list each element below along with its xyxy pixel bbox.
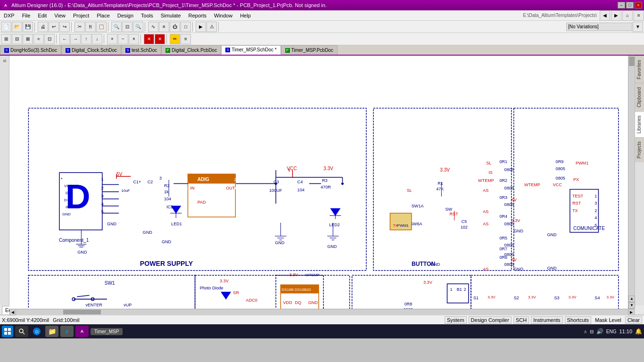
nav-forward[interactable]: ▶ [611, 10, 621, 21]
tb-copy[interactable]: ⎘ [85, 22, 96, 32]
taskbar-notification[interactable]: 🔔 [635, 328, 642, 335]
menu-simulate[interactable]: Simulate [157, 10, 185, 20]
menu-edit[interactable]: Edit [34, 10, 50, 20]
menu-project[interactable]: Project [69, 10, 93, 20]
tb-print[interactable]: 🖨 [38, 22, 48, 32]
taskbar-volume[interactable]: 🔊 [596, 328, 603, 335]
tb2-16[interactable]: ≡ [181, 34, 191, 44]
close-button[interactable]: × [635, 2, 642, 8]
tb2-3[interactable]: ⊠ [23, 34, 33, 44]
tab-digital-clock-pcb[interactable]: P Digital_Clock.PcbDoc [161, 45, 221, 55]
svg-text:3: 3 [101, 194, 104, 198]
menu-reports[interactable]: Reports [185, 10, 211, 20]
menu-design[interactable]: Design [114, 10, 137, 20]
status-shortcuts[interactable]: Shortcuts [565, 316, 591, 324]
tb2-8[interactable]: ↑ [81, 34, 91, 44]
panel-tab-projects[interactable]: Projects [635, 137, 644, 162]
tb-zoom-fit[interactable]: ⊡ [122, 22, 132, 32]
tb-comp[interactable]: □ [181, 22, 191, 32]
scroll-down-button[interactable]: ▼ [628, 302, 635, 309]
status-clear[interactable]: Clear [625, 316, 642, 324]
title-bar-controls[interactable]: − □ × [618, 2, 642, 8]
altium-taskbar-button[interactable]: A [75, 326, 89, 337]
menu-tools[interactable]: Tools [137, 10, 157, 20]
tb-zoom-in[interactable]: 🔍 [111, 22, 122, 32]
tb-undo[interactable]: ↩ [49, 22, 59, 32]
canvas-inner: POWER SUPPLY BUTTON BUTTON (USE ADC) SEN… [9, 56, 635, 309]
tb2-15[interactable]: ✏ [170, 34, 180, 44]
svg-text:LED2: LED2 [329, 222, 340, 227]
tb2-2[interactable]: ⊟ [12, 34, 22, 44]
menu-dxp[interactable]: DXP [0, 10, 18, 20]
nav-back[interactable]: ◀ [600, 10, 610, 21]
tb-save[interactable]: 💾 [23, 22, 33, 32]
tb2-14[interactable]: ✕ [155, 34, 165, 44]
minimize-button[interactable]: − [618, 2, 625, 8]
svg-text:0R8: 0R8 [405, 302, 413, 306]
tb-paste[interactable]: 📋 [96, 22, 107, 32]
svg-text:ADC0: ADC0 [246, 298, 257, 303]
panel-tab-libraries[interactable]: Libraries [635, 111, 644, 137]
status-design-compiler[interactable]: Design Compiler [469, 316, 512, 324]
language-indicator[interactable]: ENG [606, 329, 617, 334]
tb-error[interactable]: ⚠ [206, 22, 217, 32]
open-app-button[interactable]: Timer_MSP [91, 328, 123, 335]
tb2-5[interactable]: ⊡ [44, 34, 55, 44]
tb2-9[interactable]: ↓ [92, 34, 102, 44]
tab-timer-msp-sch[interactable]: S Timer_MSP.SchDoc * [221, 45, 281, 55]
tb-power[interactable]: ⏻ [170, 22, 180, 32]
tb-redo[interactable]: ↪ [59, 22, 70, 32]
menu-window[interactable]: Window [210, 10, 236, 20]
tb-zoom-out[interactable]: 🔍 [133, 22, 143, 32]
tb-open[interactable]: 📂 [12, 22, 22, 32]
scroll-right-button[interactable]: ▶ [628, 309, 635, 315]
nav-extra[interactable]: ≡ [634, 10, 644, 21]
svg-text:GND: GND [514, 229, 524, 233]
panel-tab-favorites[interactable]: Favorites [635, 56, 644, 83]
svg-text:AS: AS [483, 222, 488, 226]
cortana-button[interactable]: ⊙ [30, 326, 43, 337]
horizontal-scrollbar[interactable]: ◀ ▶ [9, 309, 635, 315]
tb2-11[interactable]: − [118, 34, 128, 44]
svg-text:C2: C2 [148, 180, 153, 184]
tb2-7[interactable]: → [70, 34, 81, 44]
tab-test-sch[interactable]: S test.SchDoc [121, 45, 161, 55]
schematic-canvas[interactable]: POWER SUPPLY BUTTON BUTTON (USE ADC) SEN… [9, 56, 628, 309]
tab-donghoso[interactable]: S DongHoSo(3).SchDoc [0, 45, 61, 55]
menu-help[interactable]: Help [236, 10, 255, 20]
tb2-4[interactable]: ≈ [33, 34, 44, 44]
status-instruments[interactable]: Instruments [531, 316, 562, 324]
panel-tab-clipboard[interactable]: Clipboard [635, 83, 644, 111]
tab-icon-digitalclocksch: S [66, 48, 70, 53]
tb2-13[interactable]: ✕ [144, 34, 154, 44]
no-variations-label[interactable]: [No Variations] [566, 23, 632, 31]
menu-view[interactable]: View [50, 10, 69, 20]
scroll-left-button[interactable]: ◀ [9, 309, 16, 315]
taskbar-expand[interactable]: ∧ [584, 329, 587, 334]
tb2-12[interactable]: × [129, 34, 139, 44]
file-explorer-button[interactable]: 📁 [45, 326, 58, 337]
tb-net[interactable]: ≡ [159, 22, 169, 32]
scroll-up-button[interactable]: ▲ [628, 296, 635, 302]
tb2-10[interactable]: + [107, 34, 117, 44]
windows-start-button[interactable] [2, 326, 13, 337]
svg-text:0R9: 0R9 [556, 159, 564, 164]
maximize-button[interactable]: □ [626, 2, 634, 8]
tab-timer-msp-pcb[interactable]: P Timer_MSP.PcbDoc [281, 45, 338, 55]
vertical-scrollbar[interactable]: ▲ ▼ [628, 56, 635, 309]
edge-browser-button[interactable]: e [60, 326, 74, 337]
tb-compile[interactable]: ▶ [196, 22, 206, 32]
tab-digital-clock-sch[interactable]: S Digital_Clock.SchDoc [61, 45, 121, 55]
tb-file-new[interactable]: 📄 [1, 22, 11, 32]
tb-vars[interactable]: ▼ [633, 22, 643, 32]
nav-home[interactable]: ⌂ [622, 10, 633, 21]
status-sch[interactable]: SCH [513, 316, 529, 324]
tb2-1[interactable]: ⊞ [1, 34, 11, 44]
menu-file[interactable]: File [18, 10, 34, 20]
status-system[interactable]: System [445, 316, 467, 324]
tb-cut[interactable]: ✂ [74, 22, 85, 32]
tb2-6[interactable]: ← [59, 34, 70, 44]
menu-place[interactable]: Place [93, 10, 114, 20]
tb-wire[interactable]: ∿ [148, 22, 158, 32]
search-taskbar-button[interactable] [15, 326, 28, 337]
